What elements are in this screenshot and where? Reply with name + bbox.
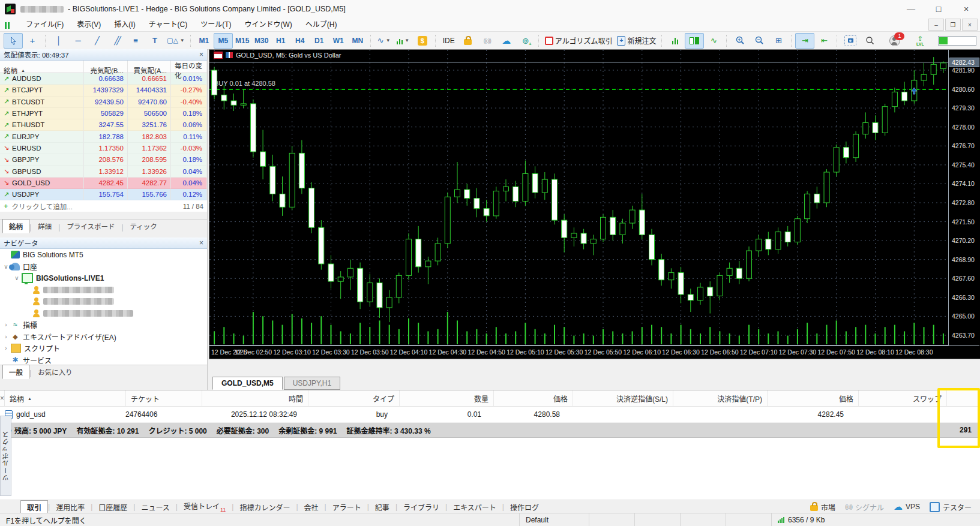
market-watch-tab-2[interactable]: プライスボード [60,219,121,233]
toolbox-tab-記事[interactable]: 記事 [369,501,395,513]
status-profile[interactable]: Default [519,513,589,526]
trade-col-6[interactable]: 決済逆指値(S/L) [573,390,673,406]
market-watch-row[interactable]: ↘GOLD_USD4282.454282.770.04% [0,178,207,189]
line-chart-mode-button[interactable]: ∿ [704,33,723,49]
chart-tab-0[interactable]: GOLD_USD,M5 [212,377,283,390]
notifications-button[interactable]: 1 [885,33,904,49]
toolbox-tab-操作ログ[interactable]: 操作ログ [504,501,545,513]
chevron-right-icon[interactable]: › [2,345,10,351]
trade-col-0[interactable]: 銘柄▲ [5,390,126,406]
level-indicator[interactable]: ⇧LVL [910,33,930,49]
ide-button[interactable]: IDE [439,33,458,49]
navigator-tab-0[interactable]: 一般 [2,365,29,379]
trendline-tool-button[interactable]: ╱ [88,33,107,49]
time-axis[interactable]: 12 Dec 202512 Dec 02:5012 Dec 03:1012 De… [209,345,979,359]
toolbox-tab-口座履歴[interactable]: 口座履歴 [92,501,133,513]
toolbox-tab-ライブラリ[interactable]: ライブラリ [397,501,445,513]
market-watch-row[interactable]: ↗AUDUSD0.666380.666510.01% [0,73,207,85]
mdi-restore-button[interactable]: ❒ [945,19,961,31]
trade-col-5[interactable]: 価格 [494,390,573,406]
VPS-button[interactable]: ☁VPS [894,501,920,512]
horizontal-line-tool-button[interactable]: ─ [68,33,88,49]
open-position-row[interactable]: gold_usd247644062025.12.12 08:32:49buy0.… [0,407,980,423]
menu-item-0[interactable]: ファイル(F) [19,19,70,31]
trade-col-10[interactable] [947,390,980,406]
timeframe-D1-button[interactable]: D1 [310,33,329,49]
new-order-button[interactable]: +新規注文 [615,33,658,49]
timeframe-M1-button[interactable]: M1 [194,33,214,49]
menu-item-6[interactable]: ヘルプ(H) [299,19,344,31]
navigator-item-8[interactable]: ›スクリプト [0,342,207,354]
zoom-out-button[interactable] [750,33,769,49]
close-toolbox-icon[interactable]: × [0,390,5,406]
timeframe-M5-button[interactable]: M5 [214,33,233,49]
trade-col-2[interactable]: 時間 [202,390,308,406]
シグナル-button[interactable]: ((o))シグナル [845,502,884,512]
trade-col-9[interactable]: スワップ [859,390,947,406]
chevron-down-icon[interactable]: ∨ [13,275,20,281]
market-watch-tab-3[interactable]: ティック [124,219,164,233]
trade-col-4[interactable]: 数量 [400,390,494,406]
menu-item-2[interactable]: 挿入(I) [107,19,142,31]
algo-trading-toggle[interactable]: アルゴリズム取引 [543,33,615,49]
chevron-right-icon[interactable]: › [2,321,10,328]
menu-item-3[interactable]: チャート(C) [142,19,194,31]
trade-col-7[interactable]: 決済指値(T/P) [673,390,768,406]
market-store-button[interactable] [458,33,478,49]
community-button[interactable]: ⊚ [516,33,535,49]
navigator-item-6[interactable]: ›≈指標 [0,319,207,331]
trade-col-1[interactable]: チケット [126,390,202,406]
navigator-item-5[interactable] [0,308,207,320]
navigator-item-4[interactable] [0,296,207,308]
market-watch-row[interactable]: ↗ETHJPYT5058295065000.18% [0,108,207,119]
signals-button[interactable]: ((o)) [478,33,497,49]
price-scale[interactable]: 4281.904280.604279.304278.004276.704275.… [948,50,980,345]
chevron-right-icon[interactable]: › [2,333,10,340]
market-watch-row[interactable]: ↘GBPJPY208.576208.5950.18% [0,154,207,166]
market-watch-row[interactable]: ↗BTCUSDT92439.5092470.60-0.40% [0,97,207,108]
navigator-tab-1[interactable]: お気に入り [31,365,79,379]
tile-windows-button[interactable]: ⊞ [769,33,788,49]
menu-item-5[interactable]: ウインドウ(W) [238,19,299,31]
market-watch-column-header[interactable]: 銘柄▲売気配(B...買気配(A...毎日の変化 [0,61,207,73]
menu-item-1[interactable]: 表示(V) [70,19,107,31]
market-watch-row[interactable]: ↗ETHUSDT3247.553251.760.06% [0,119,207,131]
market-watch-close-icon[interactable]: × [199,50,203,59]
screenshot-button[interactable] [841,33,860,49]
auto-scroll-button[interactable]: ⇥ [795,33,814,49]
市場-button[interactable]: 市場 [810,502,835,512]
toolbox-tab-アラート[interactable]: アラート [326,501,367,513]
navigator-close-icon[interactable]: × [199,239,203,247]
toolbox-tab-受信トレイ[interactable]: 受信トレイ11 [178,500,232,513]
search-button[interactable] [860,33,879,49]
mdi-close-button[interactable]: × [962,19,978,31]
connection-battery[interactable] [936,33,979,49]
chart-shift-button[interactable]: ⇤ [814,33,834,49]
text-tool-button[interactable]: T [145,33,164,49]
add-symbol-row[interactable]: + クリックして追加... 11 / 84 [0,200,207,212]
fibonacci-tool-button[interactable]: ≡ [126,33,145,49]
zoom-in-button[interactable] [730,33,750,49]
mdi-minimize-button[interactable]: – [928,19,944,31]
indicators-button[interactable]: ▼ [394,33,413,49]
toolbox-tab-会社[interactable]: 会社 [298,501,325,513]
timeframe-H4-button[interactable]: H4 [290,33,310,49]
vertical-line-tool-button[interactable]: │ [49,33,68,49]
market-watch-tab-1[interactable]: 詳細 [31,219,58,233]
navigator-item-1[interactable]: ∨口座 [0,261,207,273]
symbols-button[interactable]: $ [413,33,432,49]
one-click-trading-icon[interactable] [214,52,223,59]
market-watch-row[interactable]: ↗BTCJPYT1439732914404331-0.27% [0,85,207,96]
toolbox-tab-エキスパート[interactable]: エキスパート [447,501,502,513]
cursor-tool-button[interactable] [4,33,23,49]
navigator-item-7[interactable]: ›◆エキスパートアドバイザ(EA) [0,331,207,343]
timeframe-MN-button[interactable]: MN [348,33,367,49]
channel-tool-button[interactable]: ╱╱ [107,33,126,49]
toolbox-tab-取引[interactable]: 取引 [20,500,48,513]
toolbox-tab-指標カレンダー[interactable]: 指標カレンダー [233,501,296,513]
depth-of-market-icon[interactable] [226,52,233,58]
market-watch-row[interactable]: ↘GBPUSD1.339121.339260.04% [0,166,207,177]
maximize-button[interactable]: □ [925,0,952,18]
shapes-tool-button[interactable]: ▢△▼ [164,33,187,49]
chart-tab-1[interactable]: USDJPY,H1 [284,377,340,390]
